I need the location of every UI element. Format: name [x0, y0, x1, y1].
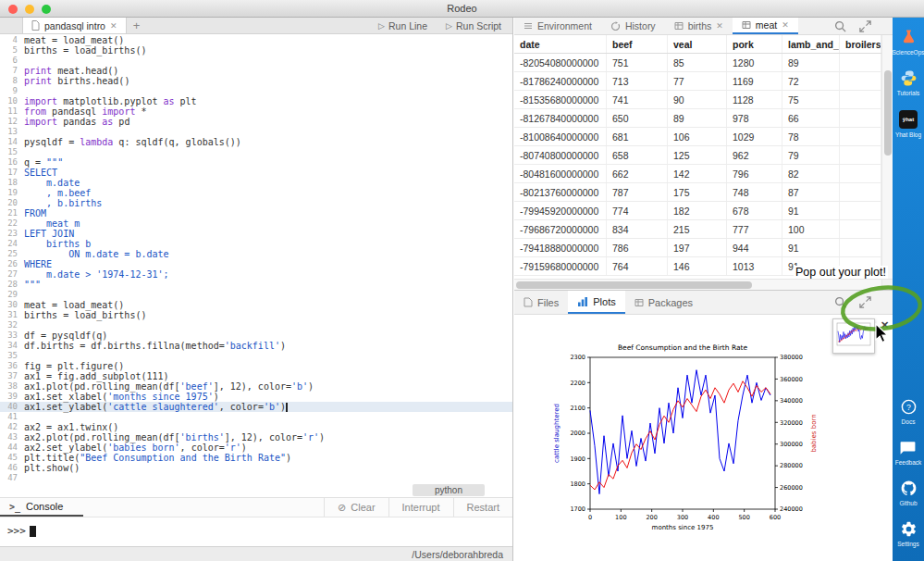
table-row[interactable]: -812678400000006508997866 — [514, 109, 881, 128]
console-input[interactable]: >>> — [0, 519, 512, 546]
minimize-window-button[interactable] — [25, 5, 34, 14]
code-line[interactable]: 35 — [0, 351, 512, 361]
search-icon[interactable] — [833, 295, 847, 309]
column-header[interactable]: beef — [607, 35, 668, 53]
table-row[interactable]: -7941888000000078619794491 — [514, 239, 881, 257]
tab-environment[interactable]: Environment — [514, 18, 601, 34]
new-tab-button[interactable]: + — [127, 18, 147, 33]
sidebar-item-docs[interactable]: ? Docs — [900, 398, 918, 425]
tab-births[interactable]: births ✕ — [665, 18, 733, 34]
sidebar-item-settings[interactable]: Settings — [897, 520, 919, 547]
column-header[interactable]: lamb_and_mu — [782, 35, 840, 53]
code-line[interactable]: 36fig = plt.figure() — [0, 361, 512, 371]
code-line[interactable]: 27 m.date > '1974-12-31'; — [0, 269, 512, 280]
sidebar-item-github[interactable]: Github — [899, 480, 917, 506]
code-line[interactable]: 26WHERE — [0, 259, 512, 269]
run-line-button[interactable]: ▷ Run Line — [378, 20, 427, 31]
code-line[interactable]: 6 — [0, 56, 512, 66]
code-line[interactable]: 17SELECT — [0, 168, 512, 178]
data-table[interactable]: datebeefvealporklamb_and_mubroilers-8205… — [514, 35, 881, 279]
tab-console[interactable]: >_ Console — [0, 498, 83, 517]
code-line[interactable]: 42ax2 = ax1.twinx() — [0, 422, 512, 432]
code-line[interactable]: 32 — [0, 320, 512, 330]
code-line[interactable]: 19 , m.beef — [0, 188, 512, 198]
horizontal-scrollbar[interactable] — [514, 279, 881, 290]
code-editor[interactable]: 4meat = load_meat()5births = load_births… — [0, 34, 512, 483]
scrollbar-thumb[interactable] — [516, 281, 752, 289]
code-line[interactable]: 10import matplotlib.pyplot as plt — [0, 96, 512, 106]
tab-pandasql-intro[interactable]: pandasql intro ✕ — [22, 18, 127, 33]
interrupt-button[interactable]: Interrupt — [388, 498, 453, 517]
vertical-scrollbar[interactable] — [881, 35, 893, 279]
close-thumbnail-icon[interactable]: ✕ — [881, 319, 889, 331]
code-line[interactable]: 7print meat.head() — [0, 66, 512, 76]
column-header[interactable]: broilers — [840, 35, 881, 53]
column-header[interactable]: veal — [668, 35, 727, 53]
language-badge[interactable]: python — [413, 484, 485, 496]
code-line[interactable]: 14pysqldf = lambda q: sqldf(q, globals()… — [0, 137, 512, 147]
code-line[interactable]: 46plt.show() — [0, 463, 512, 473]
code-line[interactable]: 24 births b — [0, 239, 512, 249]
popout-plot-icon[interactable] — [858, 295, 872, 309]
code-line[interactable]: 29 — [0, 290, 512, 300]
code-line[interactable]: 37ax1 = fig.add_subplot(111) — [0, 371, 512, 381]
code-line[interactable]: 13 — [0, 127, 512, 137]
code-line[interactable]: 22 meat m — [0, 218, 512, 229]
table-row[interactable]: -8205408000000075185128089 — [514, 54, 881, 72]
code-line[interactable]: 20 , b.births — [0, 198, 512, 208]
sidebar-item-scienceops[interactable]: ScienceOps — [892, 29, 924, 56]
table-row[interactable]: -8021376000000078717574887 — [514, 183, 881, 202]
code-line[interactable]: 40ax1.set_ylabel('cattle slaughtered', c… — [0, 402, 512, 412]
sidebar-item-tutorials[interactable]: Tutorials — [897, 69, 920, 96]
code-line[interactable]: 25 ON m.date = b.date — [0, 249, 512, 259]
code-line[interactable]: 23LEFT JOIN — [0, 229, 512, 239]
code-line[interactable]: 9 — [0, 86, 512, 96]
code-line[interactable]: 45plt.title("Beef Consumption and the Bi… — [0, 453, 512, 463]
code-line[interactable]: 43ax2.plot(pd.rolling_mean(df['births'],… — [0, 432, 512, 443]
close-tab-icon[interactable]: ✕ — [110, 21, 117, 31]
code-line[interactable]: 18 m.date — [0, 178, 512, 188]
code-line[interactable]: 47 — [0, 473, 512, 483]
code-line[interactable]: 21FROM — [0, 208, 512, 218]
code-line[interactable]: 12import pandas as pd — [0, 117, 512, 127]
tab-history[interactable]: History — [601, 18, 665, 34]
code-line[interactable]: 44ax2.set_ylabel('babies born', color='r… — [0, 443, 512, 453]
code-line[interactable]: 34df.births = df.births.fillna(method='b… — [0, 341, 512, 351]
code-line[interactable]: 4meat = load_meat() — [0, 35, 512, 45]
table-row[interactable]: -7994592000000077418267891 — [514, 202, 881, 220]
code-line[interactable]: 16q = """ — [0, 157, 512, 168]
clear-console-button[interactable]: ⊘ Clear — [324, 498, 388, 517]
code-line[interactable]: 33df = pysqldf(q) — [0, 330, 512, 341]
table-row[interactable]: -79686720000000834215777100 — [514, 220, 881, 239]
code-line[interactable]: 15 — [0, 147, 512, 157]
restart-button[interactable]: Restart — [453, 498, 512, 517]
table-row[interactable]: -8074080000000065812596279 — [514, 146, 881, 165]
run-script-button[interactable]: ▷ Run Script — [446, 20, 501, 31]
close-tab-icon[interactable]: ✕ — [716, 21, 723, 31]
tab-meat[interactable]: meat ✕ — [733, 18, 798, 34]
sidebar-item-yhat-blog[interactable]: ŷhat Yhat Blog — [895, 110, 921, 138]
sidebar-item-feedback[interactable]: Feedback — [895, 439, 922, 466]
scrollbar-thumb[interactable] — [884, 70, 892, 156]
table-row[interactable]: -8178624000000071377116972 — [514, 72, 881, 91]
code-line[interactable]: 39ax1.set_xlabel('months since 1975') — [0, 392, 512, 402]
close-window-button[interactable] — [8, 5, 18, 14]
code-line[interactable]: 5births = load_births() — [0, 45, 512, 56]
code-line[interactable]: 8print births.head() — [0, 76, 512, 86]
table-row[interactable]: -8153568000000074190112875 — [514, 91, 881, 109]
tab-packages[interactable]: Packages — [625, 291, 702, 314]
code-line[interactable]: 11from pandasql import * — [0, 106, 512, 117]
code-line[interactable]: 28""" — [0, 280, 512, 290]
expand-icon[interactable] — [858, 19, 872, 33]
table-row[interactable]: -8048160000000066214279682 — [514, 165, 881, 183]
zoom-window-button[interactable] — [42, 5, 51, 14]
search-icon[interactable] — [833, 19, 847, 33]
plot-thumbnail[interactable] — [832, 318, 875, 354]
code-line[interactable]: 41 — [0, 412, 512, 422]
column-header[interactable]: pork — [727, 35, 782, 53]
close-tab-icon[interactable]: ✕ — [782, 20, 789, 30]
code-line[interactable]: 38ax1.plot(pd.rolling_mean(df['beef'], 1… — [0, 381, 512, 392]
code-line[interactable]: 31births = load_births() — [0, 310, 512, 320]
table-row[interactable]: -81008640000000681106102978 — [514, 128, 881, 146]
column-header[interactable]: date — [514, 35, 607, 53]
